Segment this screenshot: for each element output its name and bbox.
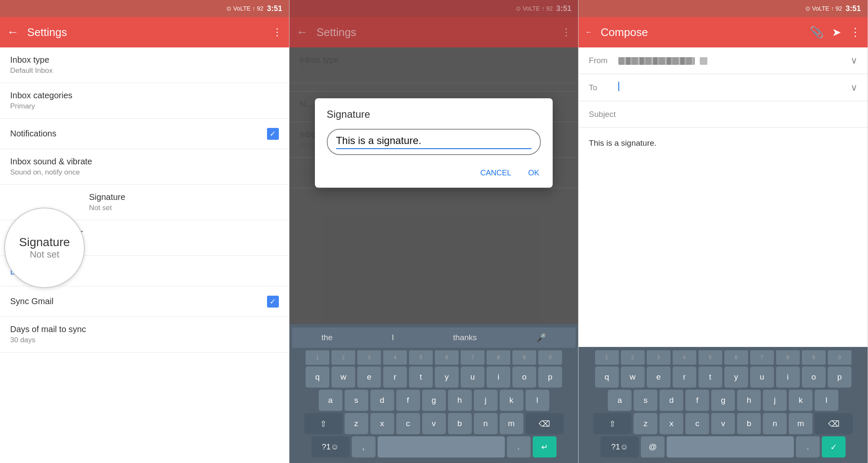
num-6[interactable]: 6 [435,350,459,365]
key-x[interactable]: x [370,413,394,434]
to-chevron[interactable]: ∨ [851,82,857,93]
p3-key-c[interactable]: c [685,413,709,434]
suggestion-thanks[interactable]: thanks [453,333,477,342]
key-comma[interactable]: , [352,436,376,457]
p3-num-9[interactable]: 9 [802,350,826,365]
num-1[interactable]: 1 [306,350,329,365]
num-4[interactable]: 4 [383,350,407,365]
key-shift[interactable]: ⇧ [304,413,342,434]
p3-key-f[interactable]: f [685,390,709,411]
key-u[interactable]: u [461,366,484,388]
num-3[interactable]: 3 [357,350,381,365]
back-icon-compose[interactable]: ← [585,28,592,36]
key-c[interactable]: c [396,413,420,434]
p3-key-done[interactable]: ✓ [822,436,846,457]
num-8[interactable]: 8 [487,350,510,365]
compose-to-field[interactable]: To ∨ [579,74,868,101]
key-l[interactable]: l [526,390,549,411]
p3-key-v[interactable]: v [711,413,735,434]
key-space[interactable] [378,436,505,457]
p3-key-at[interactable]: @ [641,436,665,457]
key-p[interactable]: p [538,366,562,388]
key-k[interactable]: k [500,390,523,411]
dialog-input-text[interactable]: This is a signature. [336,135,532,149]
p3-key-j[interactable]: j [763,390,787,411]
suggestion-i[interactable]: I [392,333,394,342]
num-5[interactable]: 5 [409,350,433,365]
p3-num-1[interactable]: 1 [595,350,619,365]
settings-item-inbox-sound[interactable]: Inbox sound & vibrate Sound on, notify o… [0,149,289,185]
key-n[interactable]: n [474,413,498,434]
key-a[interactable]: a [319,390,342,411]
key-t[interactable]: t [409,366,433,388]
p3-key-g[interactable]: g [711,390,735,411]
p3-key-t[interactable]: t [698,366,722,388]
compose-body[interactable]: This is a signature. [579,128,868,347]
key-o[interactable]: o [512,366,536,388]
num-0[interactable]: 0 [538,350,562,365]
p3-num-8[interactable]: 8 [776,350,800,365]
key-b[interactable]: b [448,413,472,434]
settings-item-sync-gmail[interactable]: Sync Gmail ✓ [0,286,289,317]
p3-key-n[interactable]: n [763,413,787,434]
key-enter[interactable]: ↵ [533,436,556,457]
more-icon-compose[interactable]: ⋮ [850,26,861,39]
attach-icon[interactable]: 📎 [810,26,823,39]
p3-num-7[interactable]: 7 [750,350,774,365]
p3-num-0[interactable]: 0 [828,350,851,365]
send-icon[interactable]: ➤ [832,26,841,39]
key-s[interactable]: s [345,390,368,411]
p3-num-4[interactable]: 4 [673,350,696,365]
key-e[interactable]: e [357,366,381,388]
p3-key-w[interactable]: w [621,366,645,388]
p3-key-space[interactable] [667,436,794,457]
p3-key-a[interactable]: a [608,390,632,411]
mic-icon[interactable]: 🎤 [536,333,546,343]
p3-key-q[interactable]: q [595,366,619,388]
compose-subject-field[interactable]: Subject [579,101,868,128]
key-period[interactable]: . [507,436,531,457]
p3-key-shift[interactable]: ⇧ [593,413,632,434]
key-h[interactable]: h [448,390,472,411]
key-i[interactable]: i [487,366,510,388]
p3-key-l[interactable]: l [815,390,838,411]
p3-key-p[interactable]: p [828,366,851,388]
p3-key-y[interactable]: y [724,366,748,388]
p3-key-symbols[interactable]: ?1☺ [601,436,639,457]
p3-key-b[interactable]: b [737,413,761,434]
p3-key-o[interactable]: o [802,366,826,388]
key-j[interactable]: j [474,390,498,411]
key-w[interactable]: w [331,366,355,388]
more-icon-settings[interactable]: ⋮ [272,26,282,38]
dialog-input-wrap[interactable]: This is a signature. [327,129,541,155]
key-backspace[interactable]: ⌫ [526,413,564,434]
key-v[interactable]: v [422,413,446,434]
key-q[interactable]: q [306,366,329,388]
p3-key-z[interactable]: z [634,413,657,434]
key-y[interactable]: y [435,366,459,388]
p3-key-i[interactable]: i [776,366,800,388]
p3-key-r[interactable]: r [673,366,696,388]
num-7[interactable]: 7 [461,350,484,365]
settings-item-inbox-categories[interactable]: Inbox categories Primary [0,83,289,119]
p3-key-s[interactable]: s [634,390,657,411]
p3-key-d[interactable]: d [659,390,683,411]
dialog-ok-button[interactable]: OK [526,165,541,181]
p3-num-2[interactable]: 2 [621,350,645,365]
settings-item-days[interactable]: Days of mail to sync 30 days [0,317,289,352]
key-symbols[interactable]: ?1☺ [312,436,350,457]
p3-key-u[interactable]: u [750,366,774,388]
notifications-checkbox[interactable]: ✓ [267,128,279,140]
p3-key-m[interactable]: m [789,413,812,434]
settings-item-notifications[interactable]: Notifications ✓ [0,119,289,149]
p3-num-3[interactable]: 3 [647,350,670,365]
suggestion-the[interactable]: the [321,333,332,342]
key-f[interactable]: f [396,390,420,411]
p3-key-h[interactable]: h [737,390,761,411]
p3-key-e[interactable]: e [647,366,670,388]
num-2[interactable]: 2 [331,350,355,365]
p3-key-period[interactable]: . [796,436,820,457]
back-icon-settings[interactable]: ← [7,25,19,39]
key-m[interactable]: m [500,413,523,434]
to-value[interactable] [618,82,851,93]
